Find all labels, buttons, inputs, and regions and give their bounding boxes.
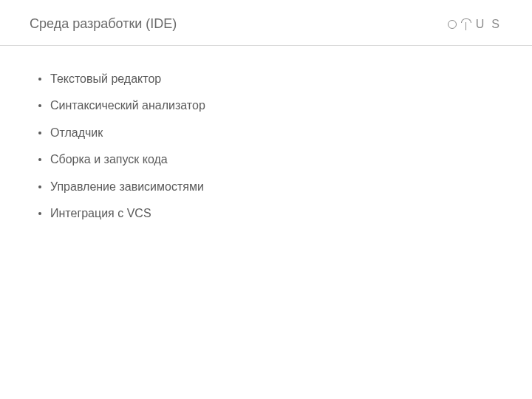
list-item: Отладчик — [37, 125, 495, 141]
brand-letter-u: U — [476, 18, 488, 31]
list-item: Управление зависимостями — [37, 179, 495, 195]
brand-letter-s: S — [491, 18, 502, 31]
slide-content: Текстовый редактор Синтаксический анализ… — [0, 46, 532, 257]
list-item: Сборка и запуск кода — [37, 151, 495, 168]
list-item: Интеграция с VCS — [37, 205, 495, 222]
brand-logo: U S — [448, 18, 502, 31]
list-item: Текстовый редактор — [37, 71, 495, 87]
brand-letter-o-icon — [448, 20, 457, 29]
bullet-list: Текстовый редактор Синтаксический анализ… — [37, 71, 495, 222]
brand-letter-t-icon — [461, 18, 471, 30]
slide-title: Среда разработки (IDE) — [30, 16, 177, 32]
slide-header: Среда разработки (IDE) U S — [0, 0, 532, 46]
list-item: Синтаксический анализатор — [37, 98, 495, 114]
